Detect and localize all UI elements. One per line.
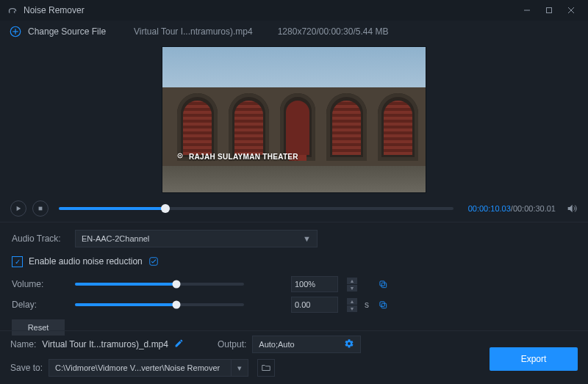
maximize-button[interactable] — [538, 0, 560, 21]
delay-input[interactable]: 0.00 — [291, 297, 338, 313]
audio-track-value: EN-AAC-2Channel — [82, 234, 149, 243]
noise-reduction-checkbox[interactable]: ✓ — [12, 256, 23, 267]
name-label: Name: — [10, 339, 36, 349]
add-file-icon[interactable] — [9, 25, 22, 38]
video-preview: RAJAH SULAYMAN THEATER — [0, 43, 588, 197]
output-select[interactable]: Auto;Auto — [252, 336, 361, 353]
svg-point-8 — [179, 155, 181, 156]
playback-controls: 00:00:10.03/00:00:30.01 — [0, 197, 588, 220]
source-bar: Change Source File Virtual Tour I...ntra… — [0, 21, 588, 43]
output-name: Virtual Tour It...tramuros)_d.mp4 — [42, 339, 168, 349]
export-button[interactable]: Export — [490, 347, 578, 371]
save-path-select[interactable]: C:\Vidmore\Vidmore V...verter\Noise Remo… — [49, 359, 248, 377]
location-text: RAJAH SULAYMAN THEATER — [189, 153, 298, 161]
delay-step-down[interactable]: ▼ — [347, 305, 357, 312]
svg-rect-15 — [381, 303, 386, 308]
app-title: Noise Remover — [24, 5, 85, 15]
titlebar: Noise Remover — [0, 0, 588, 21]
source-meta: 1280x720/00:00:30/5.44 MB — [278, 26, 389, 37]
total-time: 00:00:30.01 — [513, 204, 556, 213]
edit-name-icon[interactable] — [174, 338, 184, 350]
delay-step-up[interactable]: ▲ — [347, 298, 357, 305]
chevron-down-icon[interactable]: ▾ — [231, 360, 248, 376]
svg-rect-14 — [380, 302, 384, 306]
output-label: Output: — [218, 339, 246, 349]
current-time: 00:00:10.03 — [468, 204, 511, 213]
audio-track-select[interactable]: EN-AAC-2Channel ▼ — [75, 230, 318, 247]
delay-unit: s — [365, 300, 370, 310]
save-to-label: Save to: — [10, 363, 43, 373]
volume-input[interactable]: 100% — [291, 276, 338, 292]
location-overlay: RAJAH SULAYMAN THEATER — [176, 151, 298, 162]
gear-icon[interactable] — [344, 338, 354, 350]
chevron-down-icon: ▼ — [303, 234, 311, 243]
close-button[interactable] — [560, 0, 582, 21]
change-source-link[interactable]: Change Source File — [28, 26, 106, 37]
audio-track-label: Audio Track: — [12, 233, 68, 244]
location-pin-icon — [176, 151, 184, 162]
volume-copy-icon[interactable] — [378, 279, 388, 289]
seek-slider[interactable] — [59, 207, 453, 210]
svg-rect-1 — [547, 8, 552, 13]
footer: Name: Virtual Tour It...tramuros)_d.mp4 … — [0, 330, 588, 384]
delay-copy-icon[interactable] — [378, 300, 388, 310]
volume-slider[interactable] — [75, 283, 244, 286]
volume-step-up[interactable]: ▲ — [347, 278, 357, 284]
play-button[interactable] — [10, 200, 26, 217]
open-folder-button[interactable] — [257, 359, 275, 377]
svg-rect-10 — [39, 207, 43, 211]
svg-rect-12 — [380, 281, 384, 286]
svg-marker-9 — [17, 206, 21, 211]
audio-settings: Audio Track: EN-AAC-2Channel ▼ ✓ Enable … — [0, 227, 588, 336]
video-frame[interactable]: RAJAH SULAYMAN THEATER — [162, 47, 426, 192]
timecode: 00:00:10.03/00:00:30.01 — [468, 204, 556, 213]
delay-slider[interactable] — [75, 303, 244, 306]
app-logo-icon — [7, 5, 18, 15]
noise-reduction-icon[interactable] — [148, 256, 159, 267]
volume-icon[interactable] — [566, 203, 578, 214]
volume-step-down[interactable]: ▼ — [347, 285, 357, 291]
volume-label: Volume: — [12, 279, 68, 289]
delay-label: Delay: — [12, 300, 68, 310]
svg-rect-13 — [381, 283, 386, 287]
minimize-button[interactable] — [516, 0, 538, 21]
stop-button[interactable] — [32, 200, 49, 217]
noise-reduction-label: Enable audio noise reduction — [29, 256, 143, 267]
source-filename: Virtual Tour I...ntramuros).mp4 — [134, 26, 253, 37]
